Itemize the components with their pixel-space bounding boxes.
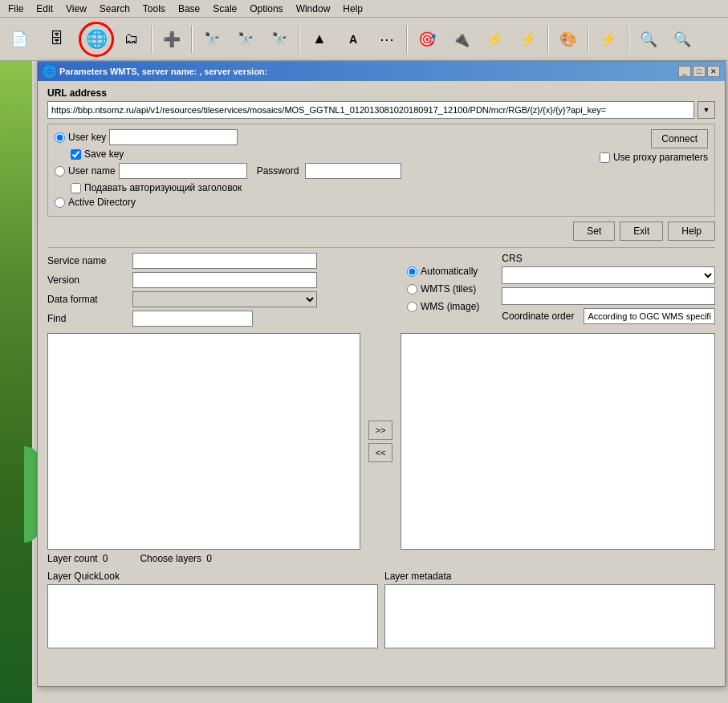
- help-button[interactable]: Help: [668, 221, 715, 241]
- exit-button[interactable]: Exit: [620, 221, 663, 241]
- save-key-row: Save key: [71, 148, 600, 160]
- metadata-panel: Layer metadata: [384, 571, 715, 648]
- version-input[interactable]: [132, 272, 317, 288]
- add-layer-icon: ➕: [163, 30, 181, 48]
- close-button[interactable]: ✕: [707, 66, 720, 77]
- dots-button[interactable]: ⋯: [371, 23, 403, 55]
- menu-edit[interactable]: Edit: [30, 2, 59, 16]
- auth-section: User key Save key User name Password: [47, 124, 715, 217]
- find-input[interactable]: [132, 311, 253, 327]
- binoculars3-icon: 🔭: [271, 31, 287, 47]
- zoom-out-button[interactable]: 🔍: [632, 23, 665, 55]
- menu-help[interactable]: Help: [336, 2, 369, 16]
- arrow-up-button[interactable]: ▲: [303, 23, 336, 55]
- minimize-button[interactable]: _: [678, 66, 691, 77]
- crs-select[interactable]: [502, 266, 715, 284]
- dialog-controls: _ □ ✕: [678, 66, 720, 77]
- maximize-button[interactable]: □: [693, 66, 706, 77]
- lightning1-button[interactable]: ⚡: [478, 23, 510, 55]
- menu-options[interactable]: Options: [243, 2, 289, 16]
- url-row: ▼: [47, 101, 715, 119]
- globe-button[interactable]: 🌐: [79, 22, 114, 57]
- binoculars1-button[interactable]: 🔭: [196, 23, 228, 55]
- menu-view[interactable]: View: [59, 2, 93, 16]
- new-button[interactable]: 📄: [3, 23, 35, 55]
- user-key-input[interactable]: [109, 129, 238, 145]
- globe-icon: 🌐: [86, 29, 108, 50]
- wmts-radio[interactable]: [407, 284, 417, 295]
- coord-order-input[interactable]: [584, 308, 715, 324]
- save-key-checkbox[interactable]: [71, 149, 81, 160]
- user-name-input[interactable]: [119, 163, 247, 179]
- crs-text-input[interactable]: [502, 287, 715, 305]
- set-button[interactable]: Set: [573, 221, 615, 241]
- zoom-out-icon: 🔍: [640, 30, 657, 48]
- menu-tools[interactable]: Tools: [136, 2, 172, 16]
- menu-window[interactable]: Window: [290, 2, 337, 16]
- auth-top-row: User key Save key User name Password: [55, 129, 708, 211]
- zoom-in-button[interactable]: 🔍: [666, 23, 698, 55]
- quicklook-label: Layer QuickLook: [47, 571, 378, 582]
- toolbar-sep-3: [299, 26, 300, 53]
- zoom-in-icon: 🔍: [673, 30, 691, 48]
- connect-button[interactable]: Connect: [651, 129, 708, 148]
- menu-scale[interactable]: Scale: [206, 2, 243, 16]
- dialog-app-icon: 🌐: [43, 65, 56, 78]
- data-format-select[interactable]: [132, 291, 317, 307]
- layers-button[interactable]: 🗂: [116, 23, 148, 55]
- arrow-up-icon: ▲: [312, 30, 327, 47]
- wms-radio-row: WMS (image): [407, 301, 479, 312]
- lightning2-icon: ⚡: [519, 30, 537, 48]
- auto-radio[interactable]: [407, 266, 417, 277]
- zoom-layers-button[interactable]: ➕: [156, 23, 188, 55]
- open-dbm-button[interactable]: 🗄: [37, 23, 77, 55]
- menu-search[interactable]: Search: [93, 2, 136, 16]
- arrow-right-btn[interactable]: >>: [368, 421, 392, 440]
- user-key-radio[interactable]: [55, 132, 65, 143]
- binoculars1-icon: 🔭: [204, 31, 220, 47]
- dialog-action-btns: Set Exit Help: [47, 221, 715, 241]
- binoculars3-button[interactable]: 🔭: [263, 23, 295, 55]
- arrow-left-btn[interactable]: <<: [368, 443, 392, 462]
- password-label: Password: [257, 165, 299, 177]
- choose-layers-right: Choose layers 0: [140, 553, 211, 564]
- url-dropdown-btn[interactable]: ▼: [697, 101, 715, 119]
- target-icon: 🎯: [418, 30, 436, 48]
- service-name-input[interactable]: [132, 253, 317, 269]
- auth-left: User key Save key User name Password: [55, 129, 600, 211]
- binoculars2-button[interactable]: 🔭: [230, 23, 262, 55]
- menu-file[interactable]: File: [2, 2, 30, 16]
- lightning2-button[interactable]: ⚡: [512, 23, 544, 55]
- layer-count-row: Layer count 0 Choose layers 0: [47, 553, 715, 564]
- user-name-radio[interactable]: [55, 166, 65, 177]
- text-button[interactable]: A: [337, 23, 369, 55]
- selected-layers-list[interactable]: [401, 333, 715, 550]
- panel-arrows: >> <<: [365, 333, 396, 550]
- service-name-label: Service name: [47, 255, 128, 266]
- user-key-label: User key: [68, 132, 106, 143]
- submit-header-checkbox[interactable]: [71, 183, 81, 193]
- plug-button[interactable]: 🔌: [445, 23, 477, 55]
- active-dir-label: Active Directory: [68, 197, 136, 208]
- available-layers-list[interactable]: [47, 333, 360, 550]
- menu-base[interactable]: Base: [172, 2, 206, 16]
- panel-right: [401, 333, 715, 550]
- crs-combo-wrapper: [502, 266, 715, 284]
- active-dir-radio[interactable]: [55, 197, 65, 208]
- params-left: Service name Version Data format: [47, 253, 401, 327]
- wms-radio[interactable]: [407, 302, 417, 312]
- toolbar-sep-5: [547, 26, 549, 53]
- lightning3-button[interactable]: ⚡: [592, 23, 624, 55]
- proxy-label: Use proxy parameters: [613, 152, 708, 163]
- palette-button[interactable]: 🎨: [552, 23, 584, 55]
- proxy-checkbox[interactable]: [600, 152, 610, 163]
- toolbar-sep-2: [191, 26, 193, 53]
- lightning1-icon: ⚡: [486, 30, 503, 48]
- choose-layers-value: 0: [206, 553, 212, 564]
- target-button[interactable]: 🎯: [411, 23, 443, 55]
- dialog-body: URL address ▼ User key: [38, 81, 725, 655]
- auto-label: Automatically: [421, 266, 478, 277]
- url-input[interactable]: [47, 101, 694, 119]
- password-input[interactable]: [305, 163, 401, 179]
- metadata-label: Layer metadata: [384, 571, 715, 582]
